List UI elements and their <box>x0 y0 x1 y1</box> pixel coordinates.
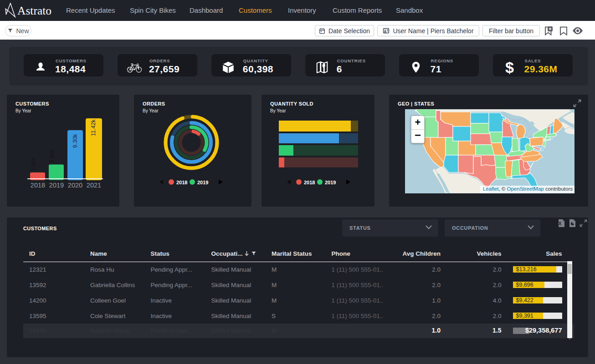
svg-text:2021: 2021 <box>87 182 101 189</box>
svg-text:2018: 2018 <box>304 180 315 185</box>
svg-text:11.42k: 11.42k <box>90 119 97 136</box>
svg-text:2019: 2019 <box>325 180 336 185</box>
svg-text:2019: 2019 <box>49 182 64 189</box>
svg-text:3.60k: 3.60k <box>49 149 55 163</box>
svg-text:2018: 2018 <box>31 182 45 189</box>
svg-text:2018: 2018 <box>176 180 187 185</box>
svg-text:2019: 2019 <box>197 180 208 185</box>
svg-text:1.60k: 1.60k <box>30 157 36 171</box>
svg-text:9.30k: 9.30k <box>72 134 78 148</box>
svg-text:2020: 2020 <box>68 182 82 189</box>
svg-text:X: X <box>559 221 562 226</box>
